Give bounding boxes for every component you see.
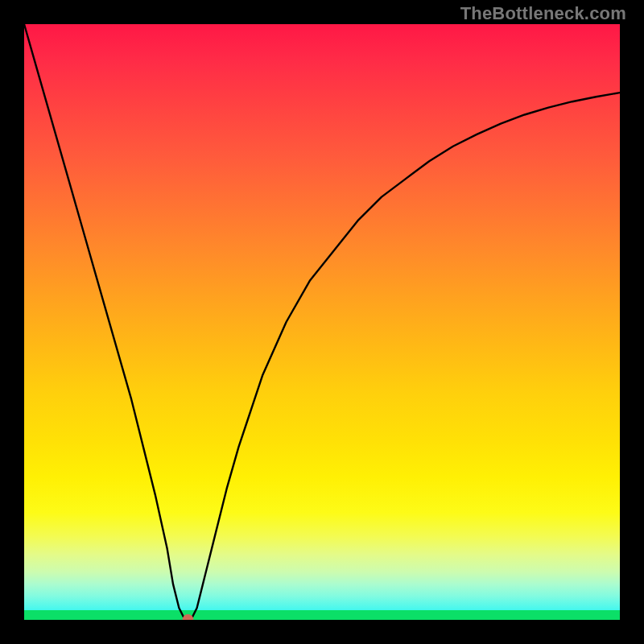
marker-dot [183,614,194,620]
watermark-text: TheBottleneck.com [460,3,626,24]
curve-path [24,24,620,620]
curve-svg [24,24,620,620]
plot-area [24,24,620,620]
chart-frame: TheBottleneck.com [0,0,644,644]
